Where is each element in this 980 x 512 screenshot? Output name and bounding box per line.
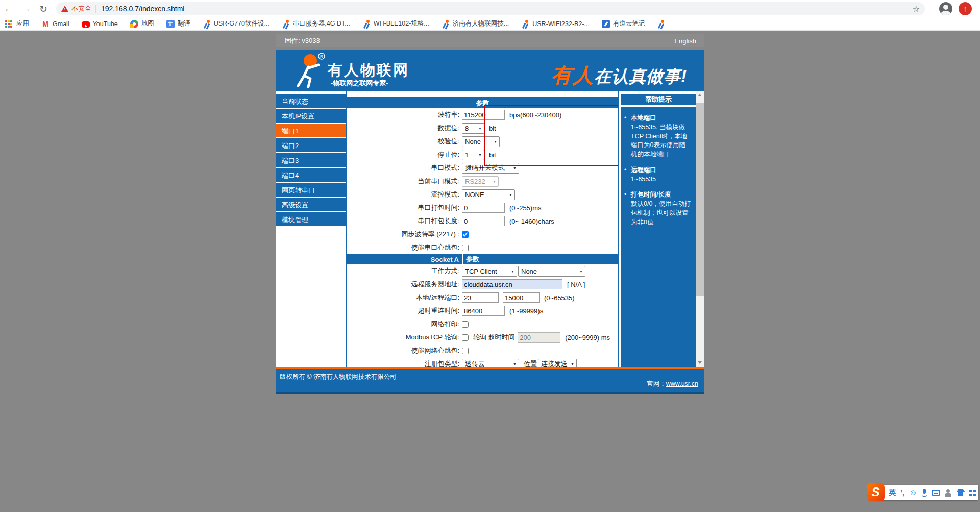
bookmark-usr-wifi232[interactable]: USR-WIFI232-B2-... <box>521 20 590 28</box>
row-net-heartbeat: 使能网络心跳包: <box>347 344 618 357</box>
bookmark-wh-ble102[interactable]: WH-BLE102-规格... <box>362 19 429 28</box>
bookmark-usr-g770[interactable]: USR-G770软件设... <box>203 19 270 28</box>
sidebar-item-web-to-serial[interactable]: 网页转串口 <box>276 183 346 198</box>
scrollbar-thumb[interactable] <box>696 103 704 296</box>
sidebar-item-module-mgmt[interactable]: 模块管理 <box>276 212 346 227</box>
address-bar[interactable]: ! 不安全 192.168.0.7/indexcn.shtml ☆ <box>56 2 925 15</box>
baud-rate-input[interactable] <box>462 110 505 120</box>
parity-select[interactable]: None <box>462 136 500 147</box>
reconnect-time-input[interactable] <box>462 306 505 316</box>
reconnect-time-label: 超时重连时间: <box>347 306 462 315</box>
sidebar-item-port4[interactable]: 端口4 <box>276 168 346 183</box>
net-heartbeat-checkbox[interactable] <box>462 348 469 354</box>
brand-name: 有人物联网 <box>328 60 409 81</box>
ime-account-icon[interactable] <box>945 489 952 497</box>
baud-rate-range: bps(600~230400) <box>509 111 561 119</box>
remote-server-input[interactable] <box>462 279 562 289</box>
sync-baud-label: 同步波特率 (2217) : <box>347 230 462 239</box>
pack-length-input[interactable] <box>462 216 505 226</box>
not-secure-label[interactable]: 不安全 <box>71 4 91 13</box>
content-scrollbar[interactable] <box>696 91 704 367</box>
bookmark-maps[interactable]: 地图 <box>130 19 154 28</box>
bookmark-star-icon[interactable]: ☆ <box>913 4 920 14</box>
socket-a-params-title: 参数 <box>463 255 479 264</box>
usr-runner-icon <box>203 20 211 28</box>
microphone-icon[interactable] <box>922 489 927 497</box>
url-text[interactable]: 192.168.0.7/indexcn.shtml <box>101 5 913 13</box>
sidebar-item-port2[interactable]: 端口2 <box>276 138 346 153</box>
usr-site-link[interactable]: www.usr.cn <box>666 380 698 387</box>
net-print-checkbox[interactable] <box>462 321 469 328</box>
row-stop-bits: 停止位: 1 bit <box>347 148 618 161</box>
content-area: 当前状态 本机IP设置 端口1 端口2 端口3 端口4 网页转串口 高级设置 模… <box>276 91 704 367</box>
chrome-update-icon[interactable]: ↑ <box>959 2 972 15</box>
usr-logo: R <box>293 52 330 89</box>
current-serial-mode-label: 当前串口模式: <box>347 177 462 186</box>
omnibox-divider <box>95 5 96 13</box>
ime-skin-icon[interactable] <box>957 489 965 496</box>
ime-toolbox-icon[interactable] <box>969 490 972 492</box>
bookmark-usr-home[interactable] <box>657 20 665 28</box>
usr-runner-icon <box>282 20 290 28</box>
translate-icon: 文 <box>166 20 175 28</box>
local-port-input[interactable] <box>462 292 499 303</box>
sidebar-item-local-ip[interactable]: 本机IP设置 <box>276 109 346 124</box>
page-background: 固件: v3033 English R 有人物联网 -物联网之联网专家- 有人在… <box>0 31 980 512</box>
not-secure-warning-icon[interactable]: ! <box>61 6 68 12</box>
emoji-icon[interactable]: ☺ <box>909 489 917 497</box>
bookmark-youtube[interactable]: YouTube <box>82 20 118 28</box>
modbus-timeout-input <box>518 332 560 343</box>
bookmark-serial-server[interactable]: 串口服务器,4G DT... <box>282 19 350 28</box>
registration-packet-select[interactable]: 透传云 <box>462 359 519 368</box>
scroll-down-icon[interactable] <box>696 358 704 367</box>
bookmark-youdao[interactable]: 有道云笔记 <box>602 19 645 28</box>
work-mode-select[interactable]: TCP Client <box>462 266 517 277</box>
sogou-logo-icon[interactable]: S <box>867 483 885 501</box>
english-link[interactable]: English <box>674 37 696 45</box>
scroll-up-icon[interactable] <box>696 91 704 100</box>
row-serial-heartbeat: 使能串口心跳包: <box>347 241 618 254</box>
row-parity: 校验位: None <box>347 135 618 148</box>
sidebar-item-port1[interactable]: 端口1 <box>276 124 346 138</box>
back-icon[interactable]: ← <box>0 3 17 14</box>
data-bits-label: 数据位: <box>347 124 462 133</box>
serial-heartbeat-checkbox[interactable] <box>462 245 469 251</box>
ime-language-toggle[interactable]: 英 <box>889 488 896 497</box>
bookmark-apps[interactable]: 应用 <box>5 19 29 28</box>
help-body: 本地端口1~65535. 当模块做TCP Client时，本地端口为0表示使用随… <box>621 107 696 367</box>
serial-mode-select[interactable]: 拨码开关模式 <box>462 163 519 174</box>
ports-label: 本地/远程端口: <box>347 293 462 302</box>
apps-grid-icon <box>5 20 13 28</box>
sync-baud-checkbox[interactable] <box>462 231 469 238</box>
data-bits-select[interactable]: 8 <box>462 123 484 134</box>
stop-bits-select[interactable]: 1 <box>462 150 484 160</box>
page-footer: 版权所有 © 济南有人物联网技术有限公司 官网：www.usr.cn <box>276 367 704 394</box>
profile-avatar[interactable] <box>939 2 952 15</box>
maps-icon <box>130 20 138 28</box>
firmware-bar: 固件: v3033 English <box>276 34 704 47</box>
bookmark-translate[interactable]: 文 翻译 <box>166 19 190 28</box>
firmware-version: 固件: v3033 <box>285 36 320 45</box>
sidebar-item-port3[interactable]: 端口3 <box>276 153 346 168</box>
flow-control-select[interactable]: NONE <box>462 189 515 200</box>
remote-port-input[interactable] <box>503 292 540 303</box>
reload-icon[interactable]: ↻ <box>35 3 52 15</box>
pack-time-input[interactable] <box>462 203 505 213</box>
registration-position-select[interactable]: 连接发送 <box>538 359 577 368</box>
sidebar-item-current-status[interactable]: 当前状态 <box>276 94 346 109</box>
modbus-poll-checkbox[interactable] <box>462 334 469 341</box>
slogan-rest: 在认真做事! <box>594 67 687 86</box>
forward-icon[interactable]: → <box>17 3 35 14</box>
keyboard-icon[interactable] <box>932 490 940 496</box>
row-remote-server: 远程服务器地址: [ N/A ] <box>347 278 618 291</box>
sidebar-item-advanced[interactable]: 高级设置 <box>276 198 346 212</box>
row-serial-mode: 串口模式: 拨码开关模式 <box>347 161 618 175</box>
bookmark-gmail[interactable]: M Gmail <box>41 20 69 28</box>
ports-range: (0~65535) <box>544 294 575 302</box>
work-mode-sub-select[interactable]: None <box>518 266 585 277</box>
bookmark-jinan-usr[interactable]: 济南有人物联网技... <box>442 19 509 28</box>
ime-punctuation-toggle[interactable]: ’, <box>900 489 904 497</box>
modbus-poll-label: ModbusTCP 轮询: <box>347 333 462 342</box>
baud-rate-label: 波特率: <box>347 110 462 119</box>
modbus-timeout-range: (200~9999) ms <box>565 334 610 342</box>
